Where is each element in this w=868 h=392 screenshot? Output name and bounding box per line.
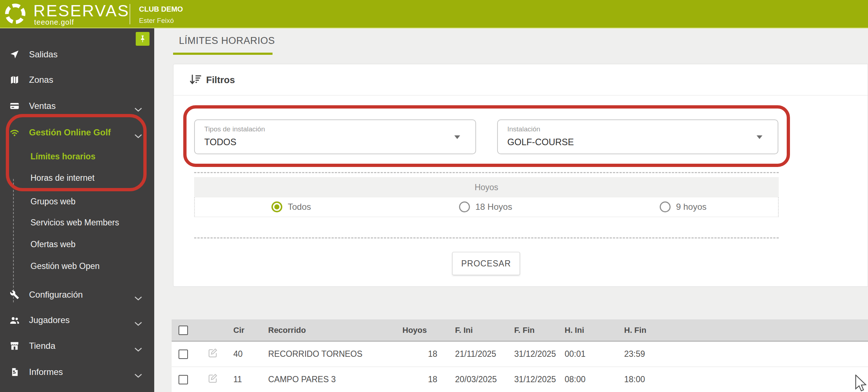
row-checkbox[interactable] xyxy=(179,350,188,359)
sidebar: Salidas Zonas Ventas Gestión Online Golf… xyxy=(0,28,154,392)
radio-selected-icon[interactable] xyxy=(271,201,282,212)
cell-f-fin: 31/12/2025 xyxy=(505,341,556,367)
dropdown-arrow-icon xyxy=(454,135,460,139)
sidebar-subitem-grupos-web[interactable]: Grupos web xyxy=(0,193,154,209)
chevron-down-icon xyxy=(134,370,142,380)
instalacion-value: GOLF-COURSE xyxy=(507,137,574,147)
map-icon xyxy=(9,75,20,85)
tab-active-underline xyxy=(173,53,273,55)
radio-9-hoyos[interactable]: 9 hoyos xyxy=(660,201,707,212)
app-header: RESERVAS teeone.golf CLUB DEMO Ester Fei… xyxy=(0,0,868,28)
tipos-de-instalacion-select[interactable]: Tipos de instalación TODOS xyxy=(194,119,476,154)
radio-unselected-icon[interactable] xyxy=(660,201,671,212)
sidebar-item-tienda[interactable]: Tienda xyxy=(0,337,154,355)
tipos-de-instalacion-value: TODOS xyxy=(204,137,236,147)
col-hoyos[interactable]: Hoyos xyxy=(402,319,446,341)
brand-domain: teeone.golf xyxy=(34,18,74,26)
filters-title: Filtros xyxy=(206,74,235,86)
table-row: 40 RECORRIDO TORNEOS 18 21/11/2025 31/12… xyxy=(172,341,868,367)
sidebar-item-jugadores[interactable]: Jugadores xyxy=(0,311,154,329)
cell-h-ini: 08:00 xyxy=(556,367,615,392)
sidebar-subitem-ofertas-web[interactable]: Ofertas web xyxy=(0,236,154,252)
select-all-checkbox[interactable] xyxy=(179,326,188,335)
procesar-button[interactable]: PROCESAR xyxy=(452,252,520,275)
col-f-fin[interactable]: F. Fin xyxy=(505,319,556,341)
edit-icon[interactable] xyxy=(207,376,218,385)
radio-todos[interactable]: Todos xyxy=(271,201,311,212)
club-name: CLUB DEMO xyxy=(139,5,183,13)
holes-section-header: Hoyos xyxy=(194,177,779,197)
dropdown-arrow-icon xyxy=(757,135,762,139)
edit-column-header xyxy=(199,319,226,341)
radio-unselected-icon[interactable] xyxy=(459,201,470,212)
separator-dashed xyxy=(194,172,779,173)
filter-sort-icon xyxy=(189,74,202,87)
col-h-fin[interactable]: H. Fin xyxy=(615,319,868,341)
filters-panel: Filtros Tipos de instalación TODOS Insta… xyxy=(173,64,868,287)
users-icon xyxy=(9,315,20,325)
limits-table: Cir Recorrido Hoyos F. Ini F. Fin H. Ini… xyxy=(172,319,868,392)
filters-panel-header[interactable]: Filtros xyxy=(173,64,868,95)
chevron-down-icon xyxy=(134,293,142,303)
chevron-down-icon xyxy=(134,130,142,140)
sidebar-item-zonas[interactable]: Zonas xyxy=(0,71,154,89)
sidebar-subitem-horas-de-internet[interactable]: Horas de internet xyxy=(0,170,154,186)
sidebar-item-gestion-online-golf[interactable]: Gestión Online Golf xyxy=(0,124,154,141)
cell-h-ini: 00:01 xyxy=(556,341,615,367)
separator-dashed xyxy=(194,237,779,238)
sidebar-item-salidas[interactable]: Salidas xyxy=(0,46,154,63)
col-recorrido[interactable]: Recorrido xyxy=(261,319,402,341)
header-divider xyxy=(130,4,130,24)
brand-logo-icon xyxy=(3,1,28,27)
table-row: 11 CAMPO PARES 3 18 20/03/2025 31/12/202… xyxy=(172,367,868,392)
chevron-down-icon xyxy=(134,318,142,328)
card-icon xyxy=(9,101,20,111)
edit-icon[interactable] xyxy=(207,351,218,360)
cell-h-fin: 23:59 xyxy=(615,341,868,367)
cell-recorrido: RECORRIDO TORNEOS xyxy=(261,341,402,367)
brand-name: RESERVAS xyxy=(33,1,130,20)
mouse-cursor xyxy=(853,375,868,392)
sidebar-subitem-servicios-web-members[interactable]: Servicios web Members xyxy=(0,215,154,230)
chevron-down-icon xyxy=(134,344,142,354)
col-h-ini[interactable]: H. Ini xyxy=(556,319,615,341)
user-name: Ester Feixó xyxy=(139,17,174,25)
tipos-de-instalacion-label: Tipos de instalación xyxy=(204,125,265,133)
cell-f-fin: 31/12/2025 xyxy=(505,367,556,392)
instalacion-select[interactable]: Instalación GOLF-COURSE xyxy=(497,119,778,154)
col-f-ini[interactable]: F. Ini xyxy=(446,319,505,341)
sidebar-item-informes[interactable]: Informes xyxy=(0,363,154,381)
cell-hoyos: 18 xyxy=(402,367,446,392)
table-header-row: Cir Recorrido Hoyos F. Ini F. Fin H. Ini… xyxy=(172,319,868,341)
cell-cir: 11 xyxy=(226,367,261,392)
cell-cir: 40 xyxy=(226,341,261,367)
pin-sidebar-button[interactable] xyxy=(136,32,150,46)
sidebar-item-ventas[interactable]: Ventas xyxy=(0,97,154,115)
cell-f-ini: 20/03/2025 xyxy=(446,367,505,392)
report-icon xyxy=(9,367,20,377)
navigation-icon xyxy=(9,49,20,60)
cell-f-ini: 21/11/2025 xyxy=(446,341,505,367)
sidebar-subitem-limites-horarios[interactable]: Límites horarios xyxy=(0,148,154,164)
wrench-icon xyxy=(9,290,20,300)
sidebar-item-configuracion[interactable]: Configuración xyxy=(0,286,154,303)
cell-h-fin: 18:00 xyxy=(615,367,868,392)
holes-radio-group: Todos 18 Hoyos 9 hoyos xyxy=(194,197,779,217)
wifi-icon xyxy=(9,127,20,138)
col-cir[interactable]: Cir xyxy=(226,319,261,341)
row-checkbox[interactable] xyxy=(179,375,188,384)
tab-limites-horarios[interactable]: LÍMITES HORARIOS xyxy=(179,35,275,46)
cell-hoyos: 18 xyxy=(402,341,446,367)
chevron-down-icon xyxy=(134,104,142,114)
instalacion-label: Instalación xyxy=(507,125,540,133)
sidebar-subitem-gestion-web-open[interactable]: Gestión web Open xyxy=(0,258,154,274)
cell-recorrido: CAMPO PARES 3 xyxy=(261,367,402,392)
store-icon xyxy=(9,341,20,351)
pushpin-icon xyxy=(139,35,147,43)
radio-18-hoyos[interactable]: 18 Hoyos xyxy=(459,201,512,212)
